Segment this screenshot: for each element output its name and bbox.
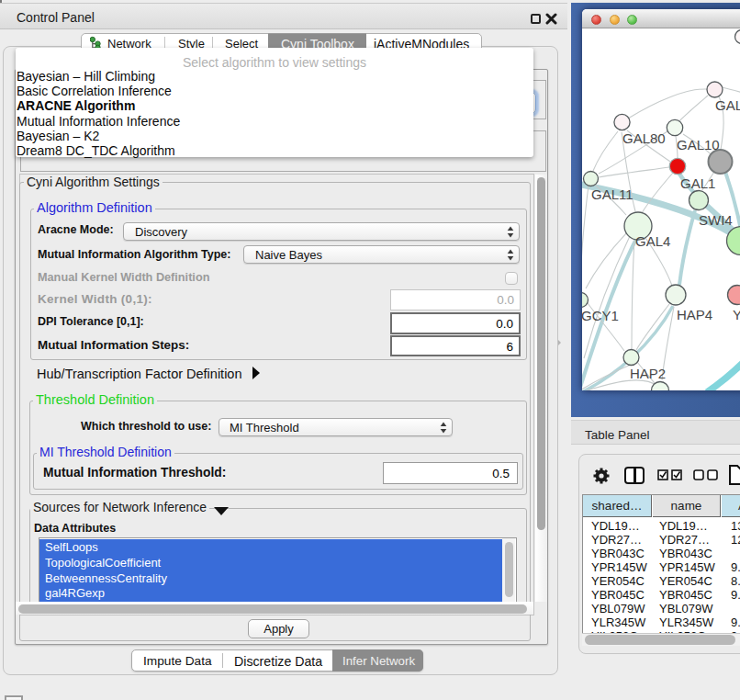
svg-text:GAL80: GAL80 — [622, 130, 666, 146]
svg-text:HAP4: HAP4 — [677, 307, 712, 322]
svg-text:HAP2: HAP2 — [630, 366, 666, 381]
svg-text:GAL4: GAL4 — [635, 233, 670, 249]
svg-text:GAL11: GAL11 — [591, 186, 633, 202]
svg-text:GAL10: GAL10 — [677, 137, 720, 152]
svg-text:GAL1: GAL1 — [680, 175, 715, 191]
svg-text:GCY1: GCY1 — [582, 308, 619, 323]
svg-text:GAL7: GAL7 — [715, 97, 740, 113]
svg-text:Y: Y — [733, 307, 740, 322]
svg-text:SWI4: SWI4 — [699, 212, 733, 228]
